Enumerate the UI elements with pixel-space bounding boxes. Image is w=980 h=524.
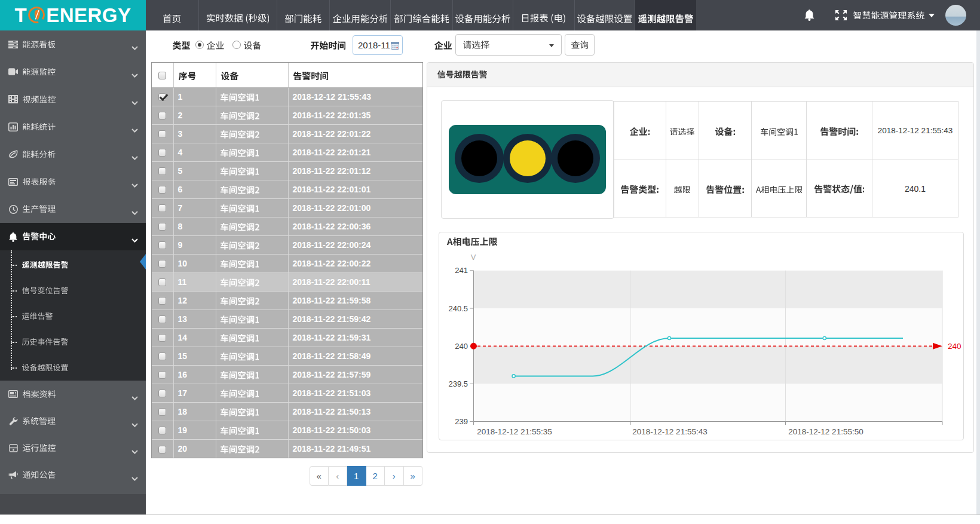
svg-text:240: 240 xyxy=(455,342,468,351)
svg-text:239: 239 xyxy=(455,417,468,426)
svg-text:240: 240 xyxy=(948,342,961,351)
svg-text:2018-12-12 21:55:35: 2018-12-12 21:55:35 xyxy=(477,427,552,436)
svg-text:239.5: 239.5 xyxy=(448,379,468,388)
svg-text:240.5: 240.5 xyxy=(448,304,468,313)
svg-text:2018-12-12 21:55:43: 2018-12-12 21:55:43 xyxy=(632,427,707,436)
svg-text:V: V xyxy=(471,253,476,262)
svg-text:2018-12-12 21:55:50: 2018-12-12 21:55:50 xyxy=(788,427,863,436)
svg-text:241: 241 xyxy=(455,266,468,275)
